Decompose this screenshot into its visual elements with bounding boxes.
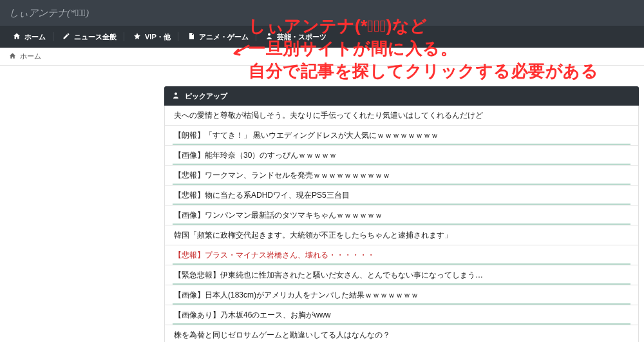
main-column: ピックアップ 夫への愛情と尊敬が枯渇しそう。夫なりに手伝ってくれたり気遣いはして… [164,66,644,342]
nav-news[interactable]: ニュース全般 [55,26,124,48]
list-item[interactable]: 【緊急悲報】伊東純也に性加害されたと騒いだ女さん、とんでもない事になってしまう… [165,265,638,285]
svg-point-0 [268,33,270,36]
svg-point-1 [175,93,177,95]
list-item[interactable]: 【悲報】プラス・マイナス岩橋さん、壊れる・・・・・・ [165,245,638,265]
breadcrumb: ホーム [0,48,644,66]
pickup-label: ピックアップ [185,91,227,101]
pickup-header: ピックアップ [164,86,639,106]
list-item[interactable]: 【悲報】ワークマン、ランドセルを発売ｗｗｗｗｗｗｗｗｗｗ [165,166,638,185]
nav-label: ホーム [24,32,46,42]
site-brand: しぃアンテナ(*ﾟーﾟ) [9,7,89,19]
home-icon [9,52,16,61]
article-list: 夫への愛情と尊敬が枯渇しそう。夫なりに手伝ってくれたり気遣いはしてくれるんだけど… [164,106,639,342]
list-item[interactable]: 【朗報】「すてき！」 黒いウエディングドレスが大人気にｗｗｗｗｗｗｗｗ [165,126,638,146]
list-item[interactable]: 【画像】日本人(183cm)がアメリカ人をナンパした結果ｗｗｗｗｗｗｗ [165,285,638,305]
nav-label: ニュース全般 [74,32,117,42]
top-bar: しぃアンテナ(*ﾟーﾟ) [0,0,644,26]
list-item[interactable]: 【悲報】物に当たる系ADHDワイ、現在PS5三台目 [165,185,638,205]
nav-bar: ホーム ニュース全般 VIP・他 アニメ・ゲーム 芸能・スポーツ [0,26,644,48]
nav-label: VIP・他 [145,32,171,42]
nav-anime[interactable]: アニメ・ゲーム [180,26,256,48]
list-item[interactable]: 【画像】能年玲奈（30）のすっぴんｗｗｗｗｗ [165,146,638,166]
star-icon [133,32,141,41]
list-item[interactable]: 【画像】ワンパンマン最新話のタツマキちゃんｗｗｗｗｗｗ [165,205,638,225]
list-item[interactable]: 韓国「頻繁に政権交代起きます。大統領が不正をしたらちゃんと逮捕されます」 [165,225,638,245]
sidebar [0,66,164,342]
person-icon [265,32,273,41]
list-item[interactable]: 株を為替と同じゼロサムゲームと勘違いしてる人はなんなの？ [165,325,638,342]
home-icon [13,32,21,41]
nav-home[interactable]: ホーム [5,26,53,48]
list-item[interactable]: 【画像あり】乃木坂46のエース、お胸がwww [165,305,638,325]
person-icon [172,91,180,100]
list-item[interactable]: 夫への愛情と尊敬が枯渇しそう。夫なりに手伝ってくれたり気遣いはしてくれるんだけど [165,106,638,126]
doc-icon [187,32,195,41]
nav-label: アニメ・ゲーム [199,32,249,42]
pencil-icon [62,32,70,41]
breadcrumb-home[interactable]: ホーム [20,52,41,61]
nav-label: 芸能・スポーツ [277,32,327,42]
nav-vip[interactable]: VIP・他 [126,26,178,48]
nav-sports[interactable]: 芸能・スポーツ [258,26,334,48]
